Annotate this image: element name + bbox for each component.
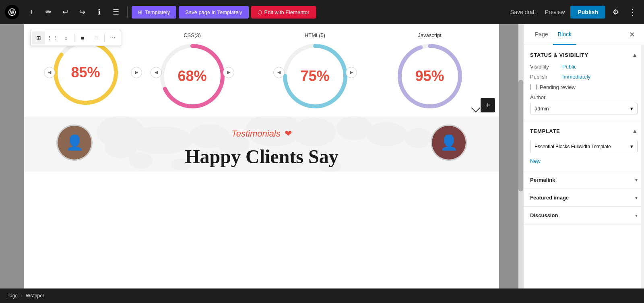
svg-text:W: W (10, 10, 14, 15)
circle-arrow-left-3[interactable]: ◀ (273, 67, 285, 78)
circle-container-1: 85% (50, 36, 122, 109)
panel-close-button[interactable]: ✕ (626, 29, 638, 40)
center-scrollbar[interactable] (518, 24, 523, 303)
scrollbar-track (518, 24, 523, 303)
circle-container-4: 95% (394, 40, 466, 112)
more-options-button[interactable]: ⋮ (626, 4, 639, 20)
redo-button[interactable]: ↪ (75, 5, 89, 19)
tab-page[interactable]: Page (530, 25, 553, 45)
circle-arrow-left-1[interactable]: ◀ (44, 67, 55, 78)
testimonials-subtitle: Happy Clients Say (24, 145, 499, 168)
elementor-label: Edit with Elementor (264, 9, 310, 15)
elementor-icon: ⬡ (258, 9, 262, 15)
permalink-section[interactable]: Permalink ▾ (524, 171, 644, 189)
right-panel: Page Block ✕ Status & visibility ▲ Visib… (523, 24, 644, 303)
circle-arrow-right-1[interactable]: ▶ (131, 67, 142, 78)
testimonials-section: 👤 👤 Testimonials ❤ Happy Clients Say (24, 116, 499, 172)
circle-arrow-left-2[interactable]: ◀ (151, 67, 162, 78)
cursor (473, 105, 479, 111)
circle-item-3: HTML(5) 75% ◀ ▶ (279, 32, 351, 112)
circle-label-4: Javascript (418, 32, 442, 38)
circle-percent-4: 95% (415, 68, 444, 85)
circle-label-2: CSS(3) (184, 32, 201, 38)
main-area: ⊞ ⋮⋮ ↕ ■ ≡ ⋯ 85% (0, 24, 644, 303)
discussion-section[interactable]: Discussion ▾ (524, 207, 644, 224)
elementor-button[interactable]: ⬡ Edit with Elementor (251, 6, 316, 19)
tools-button[interactable]: ✏ (41, 5, 56, 19)
circle-arrow-right-2[interactable]: ▶ (223, 67, 234, 78)
author-label: Author (530, 94, 638, 100)
wp-logo[interactable]: W (5, 5, 19, 19)
undo-button[interactable]: ↩ (58, 5, 72, 19)
testimonials-content: Testimonials ❤ Happy Clients Say (24, 125, 499, 168)
author-select[interactable]: admin ▾ (530, 103, 638, 114)
status-visibility-toggle[interactable]: ▲ (632, 52, 638, 58)
circle-label-3: HTML(5) (305, 32, 325, 38)
scrollbar-thumb[interactable] (518, 80, 523, 191)
templately-button[interactable]: ⊞ Templately (132, 6, 176, 19)
circle-item-1: 85% ◀ ▶ (50, 36, 122, 109)
breadcrumb-page[interactable]: Page (6, 293, 18, 299)
save-templately-button[interactable]: Save page in Templately (179, 6, 248, 19)
toolbar-divider-1 (127, 6, 128, 18)
discussion-title: Discussion (530, 212, 558, 218)
permalink-chevron: ▾ (635, 177, 638, 183)
pending-review-checkbox[interactable] (530, 84, 537, 90)
template-value: Essential Blocks Fullwidth Template (535, 144, 611, 149)
block-tool-divider-2 (104, 34, 105, 42)
visibility-label: Visibility (530, 64, 562, 70)
block-tool-move[interactable]: ↕ (60, 31, 72, 44)
publish-label: Publish (530, 74, 562, 80)
circle-item-2: CSS(3) 68% ◀ ▶ (156, 32, 229, 112)
info-button[interactable]: ℹ (92, 5, 106, 19)
author-value: admin (535, 106, 549, 112)
author-chevron: ▾ (630, 106, 633, 112)
circle-percent-1: 85% (71, 64, 100, 81)
featured-image-title: Featured image (530, 195, 569, 201)
publish-button[interactable]: Publish (570, 6, 605, 19)
add-block-button[interactable]: + (24, 5, 39, 19)
visibility-value[interactable]: Public (562, 64, 576, 70)
templately-icon: ⊞ (138, 9, 142, 15)
circle-container-2: 68% (156, 40, 229, 112)
block-tool-drag[interactable]: ⋮⋮ (46, 31, 59, 44)
status-visibility-header: Status & visibility ▲ (530, 52, 638, 58)
block-tool-divider (74, 34, 74, 42)
breadcrumb-wrapper[interactable]: Wrapper (26, 293, 44, 299)
template-title: Template (530, 128, 560, 134)
template-header: Template ▲ (530, 128, 638, 134)
settings-button[interactable]: ⚙ (608, 4, 624, 20)
heart-icon: ❤ (285, 129, 292, 139)
breadcrumb-separator: › (21, 293, 23, 299)
status-visibility-title: Status & visibility (530, 52, 588, 58)
tab-block[interactable]: Block (553, 25, 576, 45)
block-tool-icon1[interactable]: ⊞ (32, 31, 45, 44)
author-block: Author admin ▾ (530, 94, 638, 114)
save-draft-button[interactable]: Save draft (507, 6, 539, 19)
breadcrumb: Page › Wrapper (0, 288, 644, 303)
circle-percent-2: 68% (178, 68, 206, 85)
canvas-area: ⊞ ⋮⋮ ↕ ■ ≡ ⋯ 85% (0, 24, 523, 303)
pending-review-label: Pending review (540, 84, 576, 90)
featured-image-section[interactable]: Featured image ▾ (524, 189, 644, 207)
templately-label: Templately (145, 9, 170, 15)
publish-value[interactable]: Immediately (562, 74, 590, 80)
block-tool-more[interactable]: ⋯ (106, 31, 119, 44)
list-view-button[interactable]: ☰ (109, 5, 123, 19)
publish-row: Publish Immediately (530, 74, 638, 80)
template-chevron: ▾ (630, 143, 633, 149)
pending-review-row: Pending review (530, 84, 638, 90)
circle-arrow-right-3[interactable]: ▶ (346, 67, 357, 78)
testimonials-header: Testimonials ❤ (24, 129, 499, 139)
panel-header: Page Block ✕ (524, 24, 644, 45)
template-new-link[interactable]: New (530, 158, 541, 164)
template-select[interactable]: Essential Blocks Fullwidth Template ▾ (530, 140, 638, 153)
panel-scrollbar[interactable] (641, 45, 644, 303)
block-tool-align[interactable]: ≡ (90, 31, 103, 44)
template-toggle[interactable]: ▲ (632, 128, 638, 134)
preview-button[interactable]: Preview (542, 6, 568, 19)
block-tool-color[interactable]: ■ (76, 31, 89, 44)
add-block-canvas-button[interactable]: + (481, 98, 495, 112)
featured-image-chevron: ▾ (635, 195, 638, 201)
visibility-row: Visibility Public (530, 64, 638, 70)
